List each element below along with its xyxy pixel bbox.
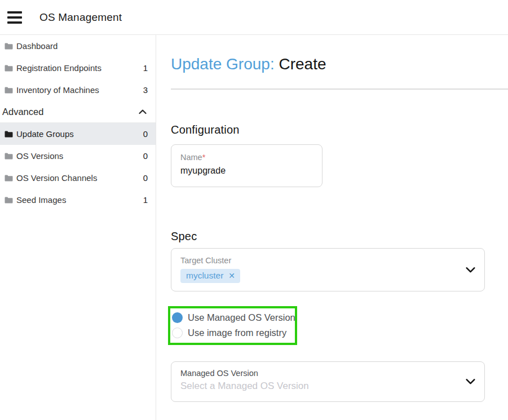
sidebar-item-os-versions[interactable]: OS Versions 0 bbox=[0, 145, 156, 167]
menu-icon[interactable] bbox=[7, 11, 22, 24]
name-field-label: Name* bbox=[180, 153, 313, 162]
radio-use-image-from-registry[interactable]: Use image from registry bbox=[172, 326, 291, 339]
page-title: Update Group: Create bbox=[171, 54, 485, 75]
radio-label: Use image from registry bbox=[188, 328, 286, 338]
chevron-down-icon bbox=[466, 267, 475, 273]
sidebar-item-inventory-of-machines[interactable]: Inventory of Machines 3 bbox=[0, 79, 156, 101]
target-cluster-select[interactable]: Target Cluster mycluster ✕ bbox=[171, 248, 485, 291]
cluster-chip[interactable]: mycluster ✕ bbox=[180, 269, 240, 283]
spec-heading: Spec bbox=[171, 230, 485, 243]
page-title-suffix: Create bbox=[279, 55, 326, 73]
managed-os-version-select[interactable]: Managed OS Version Select a Managed OS V… bbox=[171, 361, 485, 402]
radio-use-managed-os-version[interactable]: Use Managed OS Version bbox=[172, 311, 291, 324]
chip-close-icon[interactable]: ✕ bbox=[228, 271, 235, 280]
sidebar-item-label: Update Groups bbox=[16, 129, 74, 139]
name-field-value: myupgrade bbox=[180, 166, 313, 176]
chevron-down-icon bbox=[466, 379, 475, 385]
folder-icon bbox=[5, 153, 13, 160]
sidebar-item-os-version-channels[interactable]: OS Version Channels 0 bbox=[0, 167, 156, 189]
sidebar-section-label: Advanced bbox=[2, 107, 43, 117]
annotation-highlight-box: Use Managed OS Version Use image from re… bbox=[168, 306, 297, 345]
required-asterisk: * bbox=[202, 153, 206, 162]
sidebar-item-count: 0 bbox=[143, 151, 148, 161]
name-field[interactable]: Name* myupgrade bbox=[171, 144, 323, 187]
sidebar-item-count: 1 bbox=[143, 195, 148, 205]
configuration-heading: Configuration bbox=[171, 123, 485, 136]
sidebar-item-dashboard[interactable]: Dashboard bbox=[0, 35, 156, 57]
managed-os-version-label: Managed OS Version bbox=[180, 369, 460, 378]
folder-icon bbox=[5, 131, 13, 138]
sidebar-item-label: Seed Images bbox=[16, 195, 66, 205]
sidebar-item-update-groups[interactable]: Update Groups 0 bbox=[0, 123, 156, 145]
sidebar-item-seed-images[interactable]: Seed Images 1 bbox=[0, 189, 156, 211]
sidebar-item-label: Dashboard bbox=[16, 41, 58, 51]
page-title-prefix: Update Group: bbox=[171, 55, 275, 73]
radio-label: Use Managed OS Version bbox=[188, 312, 295, 323]
folder-icon bbox=[5, 43, 13, 50]
app-title: OS Management bbox=[39, 11, 122, 24]
radio-selected-icon[interactable] bbox=[172, 312, 183, 323]
app-header: OS Management bbox=[0, 0, 508, 35]
sidebar: Dashboard Registration Endpoints 1 Inven… bbox=[0, 35, 156, 420]
managed-os-version-placeholder: Select a Managed OS Version bbox=[180, 381, 460, 392]
sidebar-item-registration-endpoints[interactable]: Registration Endpoints 1 bbox=[0, 57, 156, 79]
sidebar-item-label: Registration Endpoints bbox=[16, 63, 101, 73]
chevron-up-icon bbox=[139, 109, 147, 114]
title-divider bbox=[171, 89, 508, 90]
cluster-chip-label: mycluster bbox=[186, 271, 223, 281]
sidebar-item-count: 1 bbox=[143, 63, 148, 73]
target-cluster-label: Target Cluster bbox=[180, 256, 460, 265]
folder-icon bbox=[5, 65, 13, 72]
sidebar-item-count: 0 bbox=[143, 173, 148, 183]
main-panel: Update Group: Create Configuration Name*… bbox=[156, 35, 508, 420]
sidebar-item-label: Inventory of Machines bbox=[16, 85, 99, 95]
sidebar-section-advanced[interactable]: Advanced bbox=[0, 101, 156, 123]
sidebar-item-count: 3 bbox=[143, 85, 148, 95]
folder-icon bbox=[5, 175, 13, 182]
radio-unselected-icon[interactable] bbox=[172, 328, 183, 338]
sidebar-item-count: 0 bbox=[143, 129, 148, 139]
folder-icon bbox=[5, 197, 13, 204]
folder-icon bbox=[5, 87, 13, 94]
sidebar-item-label: OS Version Channels bbox=[16, 173, 97, 183]
sidebar-item-label: OS Versions bbox=[16, 151, 63, 161]
